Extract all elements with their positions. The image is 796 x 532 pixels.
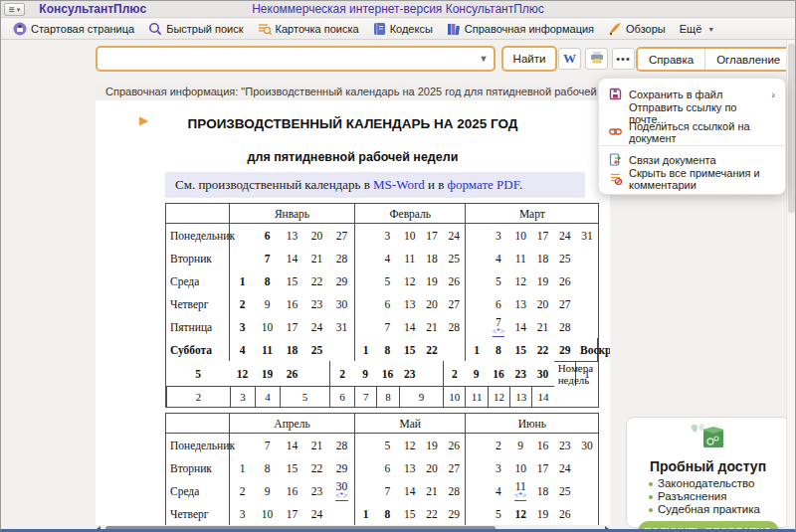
get-free-button[interactable]: ПОЛУЧИТЬ БЕСПЛАТНО <box>638 521 779 532</box>
day-cell: 8 <box>255 269 280 292</box>
menu-item-hide-notes[interactable]: Скрыть все примечания и комментарии <box>599 169 785 188</box>
day-cell: 10 <box>255 502 280 525</box>
day-cell: 15 <box>280 456 304 479</box>
day-cell: 9 <box>255 292 280 315</box>
export-word-button[interactable]: W <box>558 48 581 70</box>
day-cell: 23 <box>399 361 421 386</box>
day-cell: 5 <box>488 502 509 525</box>
day-cell: 9 <box>509 434 531 456</box>
day-cell: 14 <box>280 247 304 269</box>
day-cell: 22 <box>304 456 329 479</box>
month-header: Май <box>354 414 465 434</box>
day-cell: 28 <box>443 315 465 338</box>
quick-search-button[interactable]: Быстрый поиск <box>141 20 250 39</box>
search-input[interactable] <box>98 48 474 70</box>
day-cell: 14 <box>280 434 304 456</box>
more-button[interactable]: Ещё ▼ <box>673 20 721 39</box>
toc-button[interactable]: Оглавление <box>705 49 791 70</box>
day-cell <box>354 434 376 456</box>
day-cell: 5 <box>376 434 398 456</box>
day-cell: 15 <box>280 269 304 292</box>
vertical-scrollbar[interactable] <box>786 40 795 526</box>
vertical-scrollbar-thumb[interactable] <box>788 44 795 213</box>
day-cell <box>465 315 487 338</box>
bullet-icon <box>649 508 653 512</box>
scroll-right-arrow-icon[interactable] <box>605 526 609 532</box>
day-cell: 19 <box>531 269 553 292</box>
horizontal-scrollbar[interactable] <box>96 525 610 532</box>
day-cell: 12 <box>509 502 531 525</box>
week-number-cell: 7 <box>354 386 376 407</box>
day-cell: 18 <box>531 247 553 269</box>
day-cell: 29 <box>329 456 354 479</box>
print-button[interactable] <box>585 48 608 70</box>
day-cell: 28 <box>443 479 465 502</box>
day-cell: 21 <box>531 315 553 338</box>
menu-item-share-link[interactable]: Поделиться ссылкой на документ <box>599 122 785 141</box>
doc-bookmark-icon[interactable]: ▶ <box>139 113 148 127</box>
day-cell: 19 <box>531 502 553 525</box>
footnote-link[interactable]: <*> <box>514 492 526 501</box>
day-cell: 17 <box>531 456 553 479</box>
horizontal-scrollbar-thumb[interactable] <box>105 526 496 531</box>
day-cell: 11 <box>255 338 280 361</box>
day-cell: 4 <box>488 479 509 502</box>
books-icon <box>447 22 461 36</box>
reviews-button[interactable]: Обзоры <box>601 20 673 39</box>
month-header: Июнь <box>465 414 598 434</box>
weekday-label: Понедельник <box>166 434 230 456</box>
reference-info-button[interactable]: Справочная информация <box>440 20 601 39</box>
gift-box-icon <box>627 422 789 457</box>
more-actions-button[interactable]: ••• <box>612 48 635 70</box>
codes-button[interactable]: Кодексы <box>366 20 440 39</box>
help-toc-group: Справка Оглавление <box>636 47 793 72</box>
week-number-cell: 13 <box>509 386 531 407</box>
help-button[interactable]: Справка <box>638 49 704 70</box>
day-cell <box>230 434 255 456</box>
day-cell: 24 <box>554 224 576 247</box>
day-cell: 24 <box>304 315 329 338</box>
day-cell <box>354 292 376 315</box>
weekday-label: Среда <box>166 479 230 502</box>
find-button[interactable]: Найти <box>501 46 557 72</box>
day-cell <box>465 269 487 292</box>
day-cell: 21 <box>304 247 329 269</box>
start-page-button[interactable]: Стартовая страница <box>6 20 141 39</box>
footnote-link[interactable]: <*> <box>493 328 504 337</box>
day-cell: 28 <box>554 315 576 338</box>
search-history-chevron-icon[interactable]: ▼ <box>474 54 494 64</box>
day-cell: 10 <box>509 224 531 247</box>
scroll-left-arrow-icon[interactable] <box>97 526 100 532</box>
search-card-button[interactable]: Карточка поиска <box>251 20 366 39</box>
day-cell: 23 <box>304 292 329 315</box>
document-title: ПРОИЗВОДСТВЕННЫЙ КАЛЕНДАРЬ НА 2025 ГОД <box>96 116 610 131</box>
chevron-down-icon: ▼ <box>707 26 714 33</box>
weekday-label: Пятница <box>166 315 230 338</box>
day-cell: 26 <box>443 269 465 292</box>
day-cell: 5 <box>166 361 230 386</box>
day-cell: 9 <box>255 479 280 502</box>
day-cell: 17 <box>280 315 304 338</box>
day-cell <box>576 479 598 502</box>
day-cell: 8 <box>376 338 398 361</box>
month-header: Январь <box>230 204 354 224</box>
day-cell: 20 <box>304 224 329 247</box>
day-cell: 20 <box>421 456 443 479</box>
day-cell <box>465 479 487 502</box>
day-cell: 13 <box>509 292 531 315</box>
footnote-link[interactable]: <*> <box>335 492 347 501</box>
day-cell: 3 <box>376 224 398 247</box>
day-cell <box>354 269 376 292</box>
day-cell <box>465 434 487 456</box>
pdf-link[interactable]: формате PDF <box>448 177 519 192</box>
day-cell: 9 <box>354 361 376 386</box>
week-number-cell: 9 <box>399 386 444 407</box>
day-cell: 13 <box>280 224 304 247</box>
list-item: Законодательство <box>649 477 789 490</box>
week-number-cell: 5 <box>280 386 329 407</box>
day-cell: 26 <box>443 434 465 456</box>
day-cell: 15 <box>399 502 421 525</box>
ms-word-link[interactable]: MS-Word <box>373 177 425 192</box>
day-cell: 31 <box>576 224 598 247</box>
day-cell: 7 <box>255 434 280 456</box>
